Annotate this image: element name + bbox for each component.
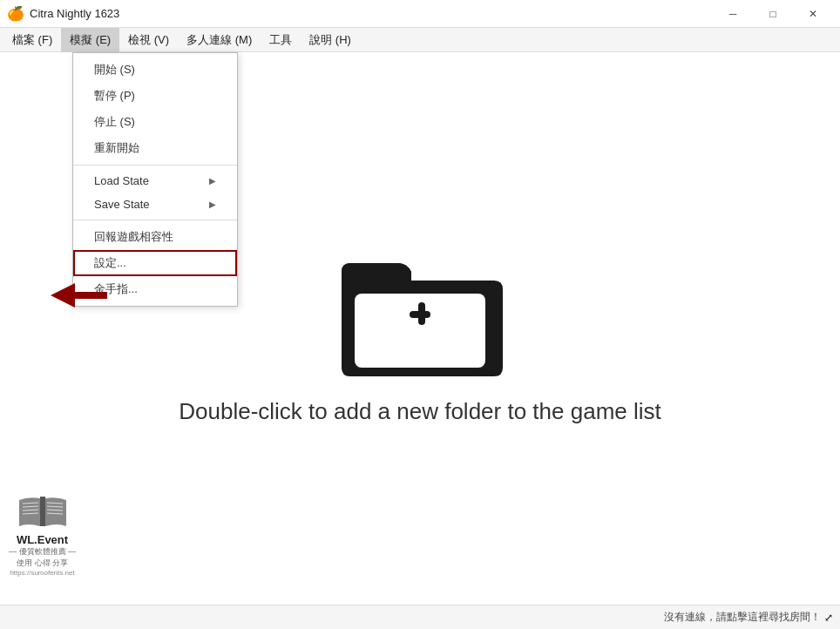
close-button[interactable]: ✕: [793, 0, 833, 28]
status-text: 沒有連線，請點擊這裡尋找房間！: [664, 610, 821, 625]
arrow-indicator: [51, 283, 107, 311]
minimize-button[interactable]: ─: [713, 0, 753, 28]
submenu-arrow: ▶: [209, 176, 216, 186]
separator-2: [73, 220, 237, 220]
menu-file[interactable]: 檔案 (F): [3, 28, 61, 52]
wl-logo-line2: 使用 心得 分享: [17, 558, 68, 569]
svg-marker-13: [51, 283, 107, 308]
status-bar: 沒有連線，請點擊這裡尋找房間！ ⤢: [0, 605, 840, 629]
svg-rect-3: [418, 302, 425, 325]
separator-1: [73, 165, 237, 166]
hint-text: Double-click to add a new folder to the …: [179, 398, 661, 425]
menu-emulation[interactable]: 模擬 (E): [61, 28, 119, 52]
svg-rect-4: [40, 497, 45, 526]
maximize-button[interactable]: □: [753, 0, 793, 28]
wl-logo-line1: — 優質軟體推薦 —: [9, 546, 76, 558]
submenu-arrow-2: ▶: [209, 200, 216, 209]
menu-save-state[interactable]: Save State ▶: [73, 193, 237, 216]
menu-bar: 檔案 (F) 模擬 (E) 檢視 (V) 多人連線 (M) 工具 說明 (H): [0, 28, 840, 52]
menu-restart[interactable]: 重新開始: [73, 135, 237, 161]
menu-report[interactable]: 回報遊戲相容性: [73, 224, 237, 250]
title-bar: 🍊 Citra Nightly 1623 ─ □ ✕: [0, 0, 840, 28]
wl-logo-name: WL.Event: [17, 533, 68, 546]
menu-tools[interactable]: 工具: [261, 28, 301, 52]
menu-pause[interactable]: 暫停 (P): [73, 83, 237, 109]
emulation-dropdown: 開始 (S) 暫停 (P) 停止 (S) 重新開始 Load State ▶ S…: [72, 52, 238, 307]
title-text: Citra Nightly 1623: [30, 7, 713, 20]
menu-help[interactable]: 說明 (H): [301, 28, 360, 52]
menu-multiplayer[interactable]: 多人連線 (M): [178, 28, 261, 52]
window-controls: ─ □ ✕: [713, 0, 833, 28]
menu-settings[interactable]: 設定...: [73, 250, 237, 276]
wl-logo: WL.Event — 優質軟體推薦 — 使用 心得 分享 https://sum…: [9, 490, 76, 577]
wl-logo-url: https://sumofents.net: [10, 569, 74, 577]
expand-icon[interactable]: ⤢: [824, 612, 833, 624]
menu-load-state[interactable]: Load State ▶: [73, 169, 237, 193]
menu-view[interactable]: 檢視 (V): [119, 28, 178, 52]
menu-stop[interactable]: 停止 (S): [73, 109, 237, 135]
app-icon: 🍊: [7, 5, 24, 23]
folder-icon: [333, 233, 507, 381]
menu-start[interactable]: 開始 (S): [73, 57, 237, 83]
